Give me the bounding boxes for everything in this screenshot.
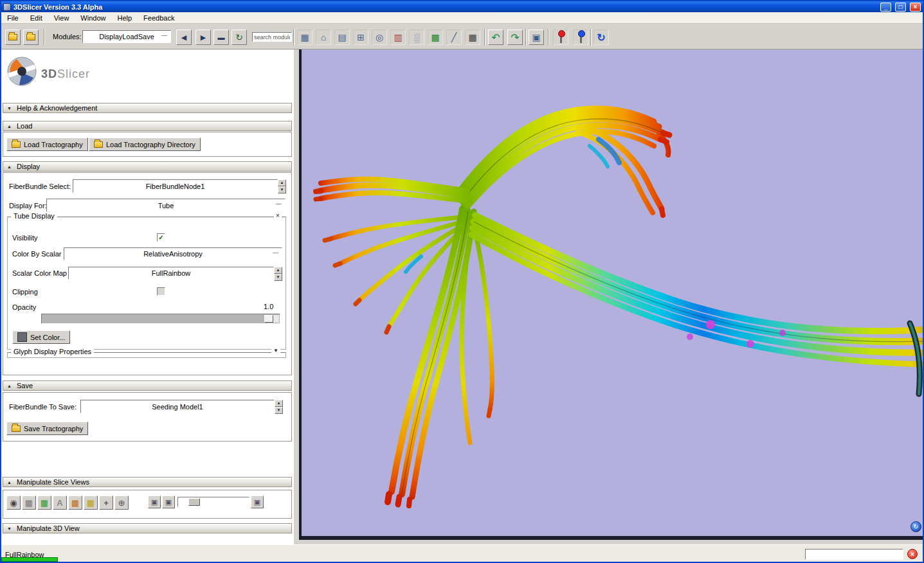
section-save[interactable]: ▲ Save (3, 380, 292, 391)
visibility-checkbox[interactable]: ✓ (157, 233, 165, 242)
load-tractography-directory-button[interactable]: Load Tractography Directory (89, 138, 201, 151)
fiberbundle-to-save-spinner[interactable]: ▲ ▼ (275, 400, 283, 413)
spin-down-icon[interactable]: ▼ (275, 407, 283, 414)
load-tractography-button[interactable]: Load Tractography (6, 138, 88, 151)
spin-up-icon[interactable]: ▲ (278, 179, 286, 186)
scalar-color-map-combobox[interactable]: FullRainbow (68, 267, 274, 280)
spin-up-icon[interactable]: ▲ (274, 267, 282, 274)
menu-edit[interactable]: Edit (24, 13, 48, 23)
maximize-button[interactable]: □ (895, 3, 906, 12)
section-load[interactable]: ▲ Load (3, 121, 292, 131)
collapse-arrow-icon: ▼ (7, 526, 13, 531)
scalar-color-map-spinner[interactable]: ▲ ▼ (274, 267, 282, 280)
section-manipulate-3d-view[interactable]: ▼ Manipulate 3D View (3, 523, 292, 533)
crosshair-button[interactable]: + (99, 496, 113, 510)
slice-opacity-handle[interactable] (188, 498, 200, 506)
module-forward-button[interactable]: ▶ (195, 30, 211, 45)
group-close-icon[interactable]: × (274, 212, 282, 219)
clipping-checkbox[interactable] (157, 287, 165, 296)
navigation-mode-button[interactable]: ⊕ (114, 496, 129, 510)
progress-fragment (1, 557, 58, 562)
app-icon (3, 3, 11, 11)
menu-window[interactable]: Window (75, 13, 111, 23)
fiberbundle-select-spinner[interactable]: ▲ ▼ (278, 179, 286, 193)
folder-icon (12, 425, 21, 432)
group-expand-icon[interactable]: ▼ (271, 348, 280, 353)
bg-layer-button[interactable]: ▣ (162, 496, 175, 508)
module-panel: 3DSlicer ▼ Help & Acknowledgement ▲ Load… (1, 49, 294, 544)
section-manipulate-slice-views[interactable]: ▲ Manipulate Slice Views (3, 477, 292, 487)
opacity-slider[interactable] (41, 314, 280, 324)
menu-file[interactable]: File (1, 13, 24, 23)
annotation-toggle[interactable]: A (53, 496, 67, 510)
menu-bar: File Edit View Window Help Feedback (1, 12, 923, 24)
redo-button[interactable]: ↷ (507, 30, 523, 45)
slider-tail (273, 315, 279, 323)
set-color-button[interactable]: Set Color... (12, 330, 70, 344)
spin-down-icon[interactable]: ▼ (274, 274, 282, 281)
modules-dropdown[interactable]: DisplayLoadSave — (82, 30, 171, 43)
save-tractography-button[interactable]: Save Tractography (6, 422, 88, 435)
clipping-label: Clipping (12, 288, 38, 296)
menu-help[interactable]: Help (111, 13, 138, 23)
grid-icon: ▦ (87, 498, 95, 508)
section-display[interactable]: ▲ Display (3, 161, 292, 172)
layout-lightbox-button[interactable]: ░ (409, 30, 424, 45)
spin-up-icon[interactable]: ▲ (275, 400, 283, 407)
layout-fourup-button[interactable]: ⊞ (353, 30, 368, 45)
interpolation-button[interactable]: ▣ (251, 496, 264, 508)
layout-conventional-button[interactable]: ⌂ (316, 30, 331, 45)
crosshair-icon: + (104, 498, 109, 508)
layout-red-slice-button[interactable]: ▥ (390, 30, 406, 45)
fiberbundle-select-combobox[interactable]: FiberBundleNode1 (73, 179, 278, 193)
fg-layer-button[interactable]: ▣ (148, 496, 161, 508)
close-button[interactable]: × (910, 3, 921, 12)
slice-composite-button[interactable]: ▦ (68, 496, 82, 510)
menu-view[interactable]: View (48, 13, 75, 23)
layout-tabbed-slice-button[interactable]: ▩ (428, 30, 443, 45)
brand-text: 3DSlicer (41, 67, 90, 81)
screenshot-button[interactable]: ▣ (529, 30, 544, 45)
search-modules-input[interactable] (252, 32, 292, 42)
layout-threeoverthree-button[interactable]: ▤ (334, 30, 350, 45)
slice-label-toggle[interactable]: ▦ (37, 496, 51, 510)
scalar-color-map-label: Scalar Color Map (12, 269, 67, 277)
display-for-dropdown[interactable]: Tube — (46, 199, 285, 212)
threed-viewport[interactable]: ↻ (299, 49, 924, 540)
status-close-button[interactable]: × (907, 549, 918, 559)
sync-views-button[interactable]: ↻ (593, 30, 609, 45)
module-refresh-button[interactable]: ↻ (231, 30, 247, 45)
layout-none-button[interactable]: ╱ (446, 30, 462, 45)
home-icon: ⌂ (321, 32, 326, 42)
status-progress-field[interactable] (805, 549, 903, 560)
view-navigation-icon[interactable]: ↻ (910, 521, 921, 532)
layout-3d-only-button[interactable]: ◎ (372, 30, 387, 45)
slice-opacity-slider[interactable] (177, 497, 249, 507)
fiberbundle-to-save-combobox[interactable]: Seeding Model1 (80, 400, 275, 413)
folder-icon (12, 141, 21, 148)
opacity-slider-handle[interactable] (264, 315, 273, 323)
layout-compare-view-button[interactable]: ▦ (297, 30, 313, 45)
title-bar[interactable]: 3DSlicer Version 3.3 Alpha _ □ × (1, 1, 923, 12)
slice-grid-button[interactable]: ▦ (84, 496, 98, 510)
brand-slicer: Slicer (57, 67, 90, 80)
slice-fit-button[interactable]: ▦ (22, 496, 36, 510)
spin-down-icon[interactable]: ▼ (278, 186, 286, 193)
module-history-button[interactable]: ▬ (213, 30, 229, 45)
layout-spreadsheet-button[interactable]: ▦ (465, 30, 480, 45)
minimize-button[interactable]: _ (880, 3, 891, 12)
load-scene-button[interactable] (5, 30, 21, 45)
color-by-scalar-dropdown[interactable]: RelativeAnisotropy — (64, 247, 282, 260)
forward-icon: ▶ (201, 33, 206, 42)
fiducial-add-button[interactable] (553, 30, 568, 45)
undo-button[interactable]: ↶ (488, 30, 503, 45)
toolbar-separator (525, 29, 527, 46)
fiducial-select-button[interactable] (573, 30, 588, 45)
section-help-acknowledgement[interactable]: ▼ Help & Acknowledgement (3, 103, 292, 113)
dropdown-indicator-icon: — (276, 201, 282, 207)
module-back-button[interactable]: ◀ (176, 30, 192, 45)
load-directory-label: Load Tractography Directory (106, 141, 195, 148)
menu-feedback[interactable]: Feedback (138, 13, 180, 23)
save-scene-button[interactable] (23, 30, 39, 45)
slice-visibility-toggle[interactable]: ◉ (6, 496, 21, 510)
